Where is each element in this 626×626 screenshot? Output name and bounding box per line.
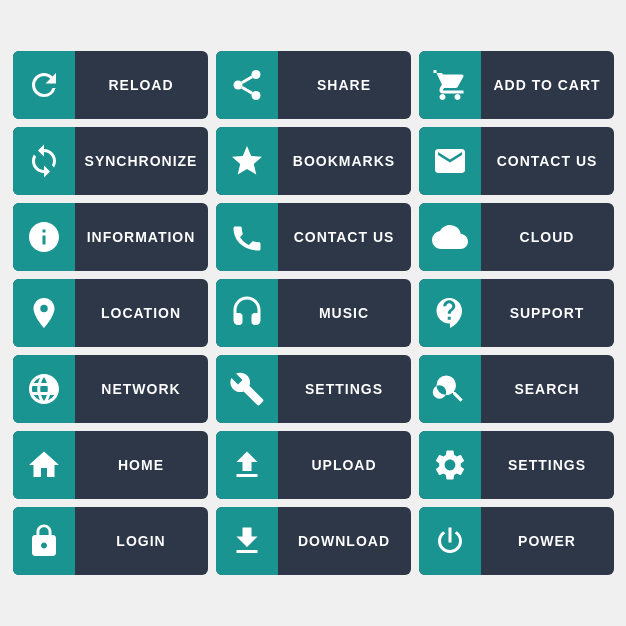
login-label: LOGIN <box>75 533 208 549</box>
svg-point-1 <box>233 81 242 90</box>
synchronize-button[interactable]: SYNCHRONIZE <box>13 127 208 195</box>
contact-us-1-label: CONTACT US <box>481 153 614 169</box>
gear-icon <box>419 431 481 499</box>
upload-icon <box>216 431 278 499</box>
svg-line-4 <box>241 77 251 83</box>
cloud-label: CLOUD <box>481 229 614 245</box>
lock-icon <box>13 507 75 575</box>
search-icon <box>419 355 481 423</box>
network-icon <box>13 355 75 423</box>
add-to-cart-label: ADD TO CART <box>481 77 614 93</box>
download-label: DOWNLOAD <box>278 533 411 549</box>
cloud-button[interactable]: CLOUD <box>419 203 614 271</box>
music-button[interactable]: MUSIC <box>216 279 411 347</box>
sync-icon <box>13 127 75 195</box>
svg-point-2 <box>251 91 260 100</box>
network-label: NETWORK <box>75 381 208 397</box>
login-button[interactable]: LOGIN <box>13 507 208 575</box>
location-label: LOCATION <box>75 305 208 321</box>
phone-icon <box>216 203 278 271</box>
cart-icon <box>419 51 481 119</box>
download-button[interactable]: DOWNLOAD <box>216 507 411 575</box>
power-icon <box>419 507 481 575</box>
svg-line-3 <box>241 87 251 93</box>
power-label: POWER <box>481 533 614 549</box>
reload-button[interactable]: RELOAD <box>13 51 208 119</box>
share-button[interactable]: SHARE <box>216 51 411 119</box>
search-label: SEARCH <box>481 381 614 397</box>
reload-icon <box>13 51 75 119</box>
settings-1-button[interactable]: SETTINGS <box>216 355 411 423</box>
synchronize-label: SYNCHRONIZE <box>75 153 208 169</box>
power-button[interactable]: POWER <box>419 507 614 575</box>
reload-label: RELOAD <box>75 77 208 93</box>
upload-button[interactable]: UPLOAD <box>216 431 411 499</box>
contact-us-2-label: CONTACT US <box>278 229 411 245</box>
info-icon <box>13 203 75 271</box>
svg-point-0 <box>251 70 260 79</box>
bookmarks-button[interactable]: BOOKMARKS <box>216 127 411 195</box>
share-icon <box>216 51 278 119</box>
location-icon <box>13 279 75 347</box>
network-button[interactable]: NETWORK <box>13 355 208 423</box>
cloud-icon <box>419 203 481 271</box>
wrench-icon <box>216 355 278 423</box>
contact-us-1-button[interactable]: CONTACT US <box>419 127 614 195</box>
share-label: SHARE <box>278 77 411 93</box>
bookmark-icon <box>216 127 278 195</box>
upload-label: UPLOAD <box>278 457 411 473</box>
add-to-cart-button[interactable]: ADD TO CART <box>419 51 614 119</box>
settings-2-button[interactable]: SETTINGS <box>419 431 614 499</box>
settings-1-label: SETTINGS <box>278 381 411 397</box>
support-button[interactable]: SUPPORT <box>419 279 614 347</box>
download-icon <box>216 507 278 575</box>
home-icon <box>13 431 75 499</box>
location-button[interactable]: LOCATION <box>13 279 208 347</box>
button-grid: RELOAD SHARE ADD TO CART SYNCHRONIZE BOO… <box>3 41 624 585</box>
information-button[interactable]: INFORMATION <box>13 203 208 271</box>
home-button[interactable]: HOME <box>13 431 208 499</box>
bookmarks-label: BOOKMARKS <box>278 153 411 169</box>
support-icon <box>419 279 481 347</box>
settings-2-label: SETTINGS <box>481 457 614 473</box>
contact-us-2-button[interactable]: CONTACT US <box>216 203 411 271</box>
information-label: INFORMATION <box>75 229 208 245</box>
home-label: HOME <box>75 457 208 473</box>
mail-icon <box>419 127 481 195</box>
music-label: MUSIC <box>278 305 411 321</box>
headphones-icon <box>216 279 278 347</box>
search-button[interactable]: SEARCH <box>419 355 614 423</box>
support-label: SUPPORT <box>481 305 614 321</box>
